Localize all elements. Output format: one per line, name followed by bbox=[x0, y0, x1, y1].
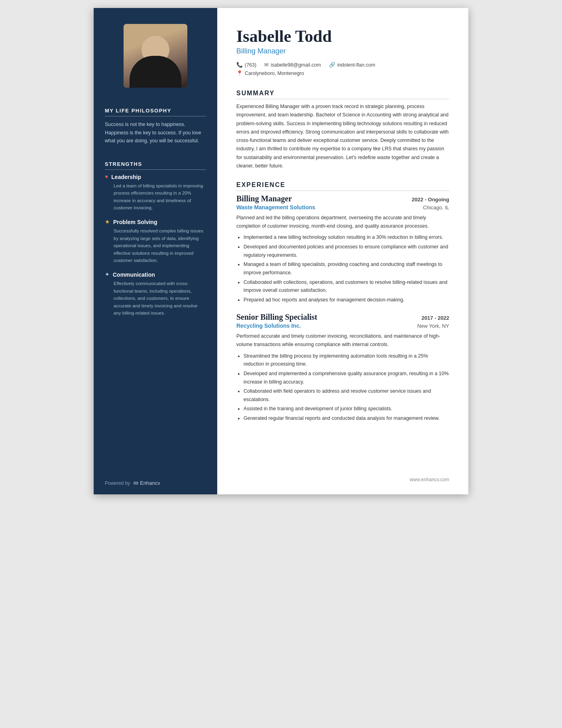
brand-name: Enhancv bbox=[140, 480, 160, 486]
job-0-company: Waste Management Solutions bbox=[236, 204, 315, 211]
job-1-bullet-1: Developed and implemented a comprehensiv… bbox=[244, 370, 449, 386]
job-0-bullet-4: Prepared ad hoc reports and analyses for… bbox=[244, 296, 449, 304]
strength-name-leadership: Leadership bbox=[111, 174, 141, 180]
sidebar: MY LIFE PHILOSOPHY Success is not the ke… bbox=[94, 8, 217, 494]
candidate-name: Isabelle Todd bbox=[236, 27, 449, 45]
link-icon: 🔗 bbox=[329, 62, 335, 68]
email-value: isabelle98@gmail.com bbox=[271, 62, 321, 68]
philosophy-section: MY LIFE PHILOSOPHY Success is not the ke… bbox=[94, 100, 217, 153]
summary-title: SUMMARY bbox=[236, 90, 449, 99]
job-0: Billing Manager 2022 - Ongoing Waste Man… bbox=[236, 194, 449, 304]
enhancv-logo: ∞ Enhancv bbox=[133, 479, 160, 487]
footer-website: www.enhancv.com bbox=[410, 477, 449, 482]
logo-icon: ∞ bbox=[133, 479, 138, 487]
job-1-bullet-3: Assisted in the training and development… bbox=[244, 405, 449, 413]
job-1-bullet-4: Generated regular financial reports and … bbox=[244, 414, 449, 423]
job-0-desc: Planned and led the billing operations d… bbox=[236, 214, 449, 230]
strength-name-comm: Communication bbox=[113, 272, 155, 278]
sidebar-footer: Powered by ∞ Enhancv bbox=[94, 472, 217, 494]
strength-desc-leadership: Led a team of billing specialists in imp… bbox=[105, 182, 206, 212]
job-1-title: Senior Billing Specialist bbox=[236, 313, 317, 322]
strength-name-problem: Problem Solving bbox=[113, 219, 157, 225]
chat-icon: ✦ bbox=[105, 271, 110, 278]
candidate-title: Billing Manager bbox=[236, 47, 449, 55]
job-1-header: Senior Billing Specialist 2017 - 2022 bbox=[236, 313, 449, 322]
job-0-bullet-0: Implemented a new billing technology sol… bbox=[244, 233, 449, 242]
job-1-location: New York, NY bbox=[417, 323, 449, 329]
header-section: Isabelle Todd Billing Manager 📞 (763) ✉ … bbox=[236, 27, 449, 79]
phone-value: (763) bbox=[245, 62, 256, 68]
heart-icon: ♥ bbox=[105, 174, 108, 180]
avatar-body bbox=[130, 56, 181, 88]
summary-text: Experienced Billing Manager with a prove… bbox=[236, 102, 449, 170]
strengths-section: STRENGTHS ♥ Leadership Led a team of bil… bbox=[94, 153, 217, 332]
job-0-title: Billing Manager bbox=[236, 194, 292, 203]
job-1-desc: Performed accurate and timely customer i… bbox=[236, 332, 449, 348]
location-value: Carolyneboro, Montenegro bbox=[245, 71, 304, 76]
job-0-header: Billing Manager 2022 - Ongoing bbox=[236, 194, 449, 203]
website-value: indolent-flan.com bbox=[337, 62, 375, 68]
philosophy-text: Success is not the key to happiness. Hap… bbox=[105, 120, 206, 145]
summary-section: SUMMARY Experienced Billing Manager with… bbox=[236, 90, 449, 170]
strength-header-comm: ✦ Communication bbox=[105, 271, 206, 278]
star-icon: ★ bbox=[105, 218, 110, 225]
job-1-company: Recycling Solutions Inc. bbox=[236, 323, 301, 329]
strength-problem-solving: ★ Problem Solving Successfully resolved … bbox=[105, 218, 206, 264]
job-1-dates: 2017 - 2022 bbox=[422, 315, 449, 321]
strengths-title: STRENGTHS bbox=[105, 161, 206, 170]
job-1-company-row: Recycling Solutions Inc. New York, NY bbox=[236, 323, 449, 329]
contact-email: ✉ isabelle98@gmail.com bbox=[264, 62, 321, 68]
contact-location: 📍 Carolyneboro, Montenegro bbox=[236, 70, 304, 76]
experience-section: EXPERIENCE Billing Manager 2022 - Ongoin… bbox=[236, 181, 449, 431]
contact-website: 🔗 indolent-flan.com bbox=[329, 62, 375, 68]
powered-by-label: Powered by bbox=[105, 480, 130, 486]
job-1: Senior Billing Specialist 2017 - 2022 Re… bbox=[236, 313, 449, 422]
strength-header-leadership: ♥ Leadership bbox=[105, 174, 206, 180]
job-1-bullet-2: Collaborated with field operators to add… bbox=[244, 387, 449, 403]
main-content: Isabelle Todd Billing Manager 📞 (763) ✉ … bbox=[217, 8, 468, 494]
strength-leadership: ♥ Leadership Led a team of billing speci… bbox=[105, 174, 206, 212]
location-icon: 📍 bbox=[236, 70, 243, 76]
job-1-bullets: Streamlined the billing process by imple… bbox=[236, 352, 449, 423]
main-footer: www.enhancv.com bbox=[236, 469, 449, 482]
job-0-bullets: Implemented a new billing technology sol… bbox=[236, 233, 449, 304]
resume-wrapper: MY LIFE PHILOSOPHY Success is not the ke… bbox=[94, 8, 468, 494]
philosophy-title: MY LIFE PHILOSOPHY bbox=[105, 108, 206, 116]
strength-desc-problem: Successfully resolved complex billing is… bbox=[105, 227, 206, 264]
job-0-company-row: Waste Management Solutions Chicago, IL bbox=[236, 204, 449, 211]
email-icon: ✉ bbox=[264, 62, 269, 68]
job-0-bullet-1: Developed and documented policies and pr… bbox=[244, 243, 449, 259]
experience-title: EXPERIENCE bbox=[236, 181, 449, 191]
photo-section bbox=[94, 8, 217, 100]
job-0-bullet-3: Collaborated with collections, operation… bbox=[244, 278, 449, 295]
contact-phone: 📞 (763) bbox=[236, 62, 256, 68]
job-1-bullet-0: Streamlined the billing process by imple… bbox=[244, 352, 449, 368]
phone-icon: 📞 bbox=[236, 62, 243, 68]
job-0-bullet-2: Managed a team of billing specialists, p… bbox=[244, 260, 449, 277]
contact-row-1: 📞 (763) ✉ isabelle98@gmail.com 🔗 indolen… bbox=[236, 62, 449, 68]
strength-desc-comm: Effectively communicated with cross-func… bbox=[105, 280, 206, 317]
job-0-location: Chicago, IL bbox=[423, 205, 449, 211]
job-0-dates: 2022 - Ongoing bbox=[412, 197, 449, 203]
strength-communication: ✦ Communication Effectively communicated… bbox=[105, 271, 206, 317]
avatar bbox=[124, 24, 187, 88]
resume-body: MY LIFE PHILOSOPHY Success is not the ke… bbox=[94, 8, 468, 494]
contact-row-2: 📍 Carolyneboro, Montenegro bbox=[236, 70, 449, 76]
avatar-placeholder bbox=[124, 24, 187, 88]
strength-header-problem: ★ Problem Solving bbox=[105, 218, 206, 225]
